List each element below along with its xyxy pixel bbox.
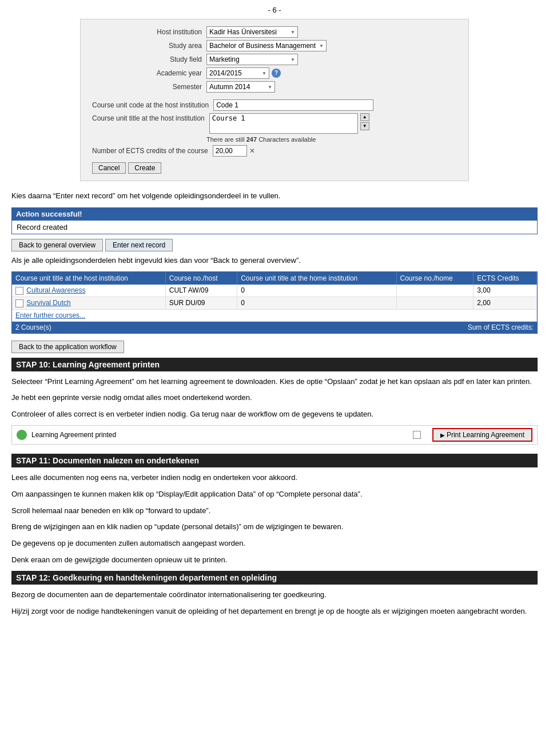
stap11-text3: Scroll helemaal naar beneden en klik op … bbox=[11, 505, 538, 517]
create-button[interactable]: Create bbox=[128, 162, 161, 174]
body-text: Als je alle opleidingsonderdelen hebt in… bbox=[11, 255, 538, 266]
course-title-input[interactable]: Course 1 bbox=[209, 113, 358, 134]
course-no-home bbox=[396, 297, 474, 309]
course-code-input[interactable] bbox=[213, 99, 373, 111]
course-link[interactable]: Survival Dutch bbox=[26, 299, 70, 307]
col-header-ects: ECTS Credits bbox=[474, 272, 537, 285]
table-row: Survival Dutch SUR DU/09 0 2,00 bbox=[12, 297, 537, 309]
back-workflow-button[interactable]: Back to the application workflow bbox=[11, 341, 124, 353]
record-created: Record created bbox=[11, 221, 538, 234]
la-checkbox[interactable] bbox=[413, 431, 421, 439]
courses-table: Course unit title at the host institutio… bbox=[12, 272, 537, 322]
enter-further-row: Enter further courses... bbox=[12, 309, 537, 321]
study-field-dropdown[interactable]: Marketing bbox=[206, 54, 298, 65]
course-title-label: Course unit title at the host institutio… bbox=[92, 113, 209, 122]
host-institution-label: Host institution bbox=[92, 28, 206, 36]
study-area-label: Study area bbox=[92, 42, 206, 50]
stap11-header: STAP 11: Documenten nalezen en onderteke… bbox=[11, 454, 538, 467]
course-no-host: SUR DU/09 bbox=[165, 297, 237, 309]
course-link[interactable]: Cultural Awareness bbox=[26, 286, 85, 294]
success-banner: Action successful! bbox=[11, 207, 538, 221]
ects-label: Number of ECTS credits of the course bbox=[92, 147, 213, 155]
col-header-no-home: Course no./home bbox=[396, 272, 474, 285]
course-title-host: Cultural Awareness bbox=[12, 285, 165, 297]
enter-further-link[interactable]: Enter further courses... bbox=[15, 311, 85, 319]
academic-year-value: 2014/2015 bbox=[209, 69, 242, 77]
course-title-home: 0 bbox=[237, 297, 396, 309]
page-number: - 6 - bbox=[11, 6, 538, 14]
arrow-up[interactable]: ▲ bbox=[360, 113, 369, 121]
stap11-text5: De gegevens op je documenten zullen auto… bbox=[11, 538, 538, 550]
study-field-value: Marketing bbox=[209, 55, 240, 63]
action-buttons: Back to general overview Enter next reco… bbox=[11, 239, 538, 251]
semester-value: Autumn 2014 bbox=[209, 83, 250, 91]
la-icon bbox=[17, 430, 27, 440]
footer-ects: Sum of ECTS credits: bbox=[468, 323, 534, 331]
host-institution-dropdown[interactable]: Kadir Has Üniversitesi bbox=[206, 26, 298, 38]
academic-year-dropdown[interactable]: 2014/2015 bbox=[206, 67, 269, 79]
stap10-text3: Je hebt een geprinte versie nodig omdat … bbox=[11, 392, 538, 404]
academic-year-label: Academic year bbox=[92, 69, 206, 77]
textarea-arrows: ▲ ▼ bbox=[360, 113, 369, 131]
back-to-overview-button[interactable]: Back to general overview bbox=[11, 239, 103, 251]
help-icon[interactable]: ? bbox=[272, 69, 281, 78]
semester-label: Semester bbox=[92, 83, 206, 91]
stap10-text2: Kies de optie “Opslaan” zodat je het kan… bbox=[280, 377, 532, 386]
chars-count: 247 bbox=[246, 136, 257, 143]
study-field-label: Study field bbox=[92, 55, 206, 63]
stap12-text1: Bezorg de documenten aan de departementa… bbox=[11, 589, 538, 601]
stap10-text4: Controleer of alles correct is en verbet… bbox=[11, 409, 538, 421]
arrow-down[interactable]: ▼ bbox=[360, 122, 369, 130]
stap10-header: STAP 10: Learning Agreement printen bbox=[11, 358, 538, 371]
cancel-button[interactable]: Cancel bbox=[92, 162, 126, 174]
table-row: Cultural Awareness CULT AW/09 0 3,00 bbox=[12, 285, 537, 297]
la-row: Learning Agreement printed Print Learnin… bbox=[11, 425, 538, 445]
course-title-host: Survival Dutch bbox=[12, 297, 165, 309]
col-header-title-home: Course unit title at the home institutio… bbox=[237, 272, 396, 285]
intro-text: Kies daarna “Enter next record” om het v… bbox=[11, 190, 538, 202]
course-no-home bbox=[396, 285, 474, 297]
stap11-text4: Breng de wijzigingen aan en klik nadien … bbox=[11, 521, 538, 533]
semester-dropdown[interactable]: Autumn 2014 bbox=[206, 81, 275, 93]
print-learning-agreement-button[interactable]: Print Learning Agreement bbox=[432, 428, 532, 442]
ects-input[interactable] bbox=[213, 145, 247, 157]
stap11-text6: Denk eraan om de gewijzigde documenten o… bbox=[11, 554, 538, 566]
course-no-host: CULT AW/09 bbox=[165, 285, 237, 297]
enter-next-record-button[interactable]: Enter next record bbox=[105, 239, 173, 251]
col-header-no-host: Course no./host bbox=[165, 272, 237, 285]
course-ects: 2,00 bbox=[474, 297, 537, 309]
study-area-dropdown[interactable]: Bachelor of Business Management bbox=[206, 40, 327, 51]
form-buttons: Cancel Create bbox=[92, 162, 457, 174]
study-area-value: Bachelor of Business Management bbox=[209, 42, 316, 50]
stap10-text1: Selecteer “Print Learning Agreement” om … bbox=[11, 376, 538, 388]
course-ects: 3,00 bbox=[474, 285, 537, 297]
stap11-text2: Om aanpassingen te kunnen maken klik op … bbox=[11, 489, 538, 501]
stap11-text1: Lees alle documenten nog eens na, verbet… bbox=[11, 472, 538, 484]
courses-footer: 2 Course(s) Sum of ECTS credits: bbox=[12, 322, 537, 333]
enter-further-cell: Enter further courses... bbox=[12, 309, 537, 321]
course-title-home: 0 bbox=[237, 285, 396, 297]
col-header-title-host: Course unit title at the host institutio… bbox=[12, 272, 165, 285]
footer-courses: 2 Course(s) bbox=[15, 323, 51, 331]
la-label: Learning Agreement printed bbox=[31, 431, 401, 439]
host-institution-value: Kadir Has Üniversitesi bbox=[209, 28, 277, 36]
form-screenshot: Host institution Kadir Has Üniversitesi … bbox=[80, 19, 469, 181]
courses-table-wrapper: Course unit title at the host institutio… bbox=[11, 271, 538, 334]
stap12-text2: Hij/zij zorgt voor de nodige handtekenin… bbox=[11, 606, 538, 618]
course-code-label: Course unit code at the host institution bbox=[92, 101, 213, 109]
clear-icon[interactable]: ✕ bbox=[249, 147, 255, 155]
chars-available-text: There are still 247 Characters available bbox=[206, 136, 316, 143]
stap12-header: STAP 12: Goedkeuring en handtekeningen d… bbox=[11, 571, 538, 585]
